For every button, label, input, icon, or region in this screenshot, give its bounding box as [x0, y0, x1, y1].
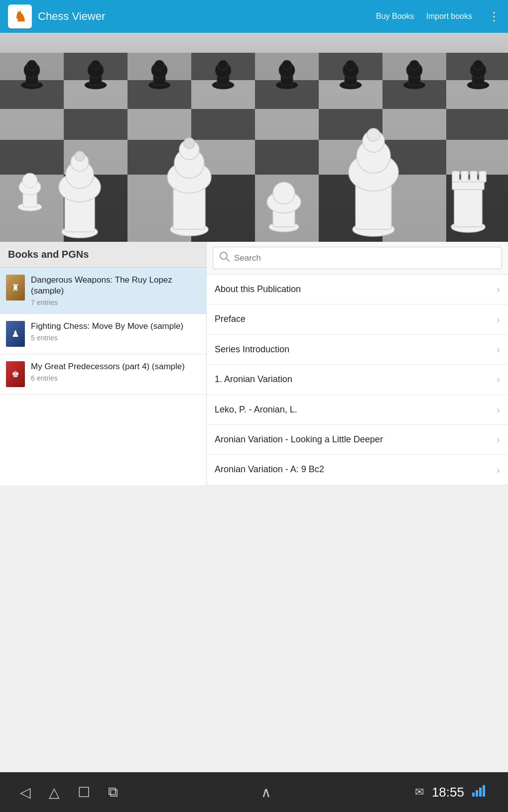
chevron-icon: ›: [497, 374, 500, 385]
svg-point-84: [184, 138, 195, 149]
book-item[interactable]: ♟ Fighting Chess: Move By Move (sample) …: [0, 314, 206, 354]
up-button[interactable]: ∧: [261, 784, 271, 801]
chevron-icon: ›: [497, 404, 500, 415]
chapter-list: About this Publication › Preface › Serie…: [207, 275, 508, 485]
chapter-item[interactable]: About this Publication ›: [207, 275, 508, 304]
chapter-item[interactable]: Series Introduction ›: [207, 335, 508, 365]
chapter-label: About this Publication: [215, 284, 493, 295]
book-info: Fighting Chess: Move By Move (sample) 5 …: [31, 321, 200, 342]
svg-rect-110: [479, 788, 482, 797]
chapter-label: 1. Aronian Variation: [215, 374, 493, 385]
chapter-label: Leko, P. - Aronian, L.: [215, 404, 493, 415]
hero-image: [0, 33, 508, 242]
chapter-label: Preface: [215, 313, 493, 325]
recents-button[interactable]: ☐: [78, 784, 90, 801]
svg-rect-99: [461, 171, 468, 182]
app-logo: ♞: [8, 4, 32, 28]
top-bar: ♞ Chess Viewer Buy Books Import books ⋮: [0, 0, 508, 33]
svg-rect-25: [0, 140, 64, 175]
svg-rect-101: [479, 171, 486, 182]
overflow-menu-button[interactable]: ⋮: [488, 9, 500, 23]
chapter-item[interactable]: Preface ›: [207, 304, 508, 334]
svg-rect-18: [64, 109, 127, 140]
book-title: Fighting Chess: Move By Move (sample): [31, 321, 200, 332]
svg-rect-100: [470, 171, 477, 182]
svg-rect-21: [255, 109, 319, 140]
svg-rect-20: [191, 109, 255, 140]
main-content: Books and PGNs ♜ Dangerous Weapons: The …: [0, 242, 508, 485]
book-thumbnail: ♜: [6, 275, 25, 301]
svg-point-72: [473, 60, 483, 70]
search-input[interactable]: [234, 253, 496, 263]
nav-icons-left: ◁ △ ☐ ⧉: [20, 784, 118, 801]
book-thumbnail: ♟: [6, 321, 25, 347]
top-nav: Buy Books Import books ⋮: [376, 9, 500, 23]
search-icon: [219, 251, 230, 265]
bottom-bar: ◁ △ ☐ ⧉ ∧ ✉ 18:55: [0, 772, 508, 812]
svg-point-88: [273, 182, 295, 204]
chapter-item[interactable]: Aronian Variation - A: 9 Bc2 ›: [207, 455, 508, 485]
logo-char: ♞: [14, 8, 26, 25]
book-item[interactable]: ♚ My Great Predecessors (part 4) (sample…: [0, 354, 206, 395]
split-button[interactable]: ⧉: [108, 784, 118, 801]
chapter-item[interactable]: Aronian Variation - Looking a Little Dee…: [207, 425, 508, 455]
svg-rect-32: [446, 140, 508, 175]
chapter-label: Series Introduction: [215, 344, 493, 355]
svg-point-60: [282, 60, 292, 70]
svg-point-64: [346, 60, 356, 70]
chevron-icon: ›: [497, 284, 500, 295]
book-thumbnail: ♚: [6, 361, 25, 387]
right-panel: About this Publication › Preface › Serie…: [207, 242, 508, 485]
chapter-label: Aronian Variation - Looking a Little Dee…: [215, 434, 493, 445]
svg-rect-23: [382, 109, 446, 140]
mail-icon: ✉: [415, 786, 424, 799]
svg-line-107: [227, 259, 230, 262]
svg-rect-111: [483, 785, 485, 797]
chevron-icon: ›: [497, 464, 500, 476]
svg-point-68: [409, 60, 419, 70]
book-info: My Great Predecessors (part 4) (sample) …: [31, 361, 200, 382]
svg-rect-19: [127, 109, 191, 140]
nav-right: ✉ 18:55: [415, 785, 488, 800]
home-button[interactable]: △: [49, 784, 60, 801]
svg-point-105: [22, 173, 37, 188]
book-entries: 6 entries: [31, 374, 200, 382]
svg-rect-24: [446, 109, 508, 140]
svg-point-48: [91, 60, 101, 70]
search-wrapper: [213, 247, 502, 269]
left-panel: Books and PGNs ♜ Dangerous Weapons: The …: [0, 242, 207, 485]
buy-books-button[interactable]: Buy Books: [376, 12, 414, 21]
svg-rect-109: [476, 790, 478, 797]
chevron-icon: ›: [497, 344, 500, 355]
book-title: My Great Predecessors (part 4) (sample): [31, 361, 200, 372]
app-title: Chess Viewer: [38, 10, 376, 23]
chapter-label: Aronian Variation - A: 9 Bc2: [215, 464, 493, 475]
back-button[interactable]: ◁: [20, 784, 31, 801]
chapter-item[interactable]: Leko, P. - Aronian, L. ›: [207, 395, 508, 425]
chevron-icon: ›: [497, 434, 500, 445]
book-entries: 5 entries: [31, 334, 200, 342]
signal-icon: [472, 785, 488, 800]
book-info: Dangerous Weapons: The Ruy Lopez (sample…: [31, 275, 200, 306]
svg-rect-29: [255, 140, 319, 175]
svg-point-56: [218, 60, 228, 70]
svg-point-78: [75, 151, 85, 161]
chevron-icon: ›: [497, 314, 500, 325]
book-entries: 7 entries: [31, 299, 200, 306]
books-pane-header: Books and PGNs: [0, 242, 206, 268]
book-item[interactable]: ♜ Dangerous Weapons: The Ruy Lopez (samp…: [0, 268, 206, 314]
svg-rect-17: [0, 109, 64, 140]
svg-point-94: [367, 128, 380, 141]
import-books-button[interactable]: Import books: [426, 12, 472, 21]
chapter-item[interactable]: 1. Aronian Variation ›: [207, 365, 508, 395]
svg-rect-108: [472, 793, 475, 797]
time-display: 18:55: [432, 785, 464, 800]
svg-rect-98: [452, 171, 459, 182]
book-title: Dangerous Weapons: The Ruy Lopez (sample…: [31, 275, 200, 297]
svg-point-44: [27, 60, 37, 70]
search-bar: [207, 242, 508, 275]
svg-point-52: [154, 60, 164, 70]
svg-rect-96: [454, 187, 482, 227]
